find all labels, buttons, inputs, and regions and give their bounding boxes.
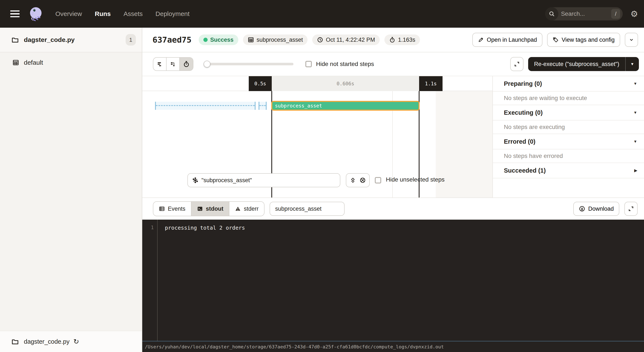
log-tabs-group: Events stdout stderr [153,201,264,216]
terminal-icon [197,206,203,212]
events-table-icon [159,206,165,212]
range-start-handle[interactable]: 0.5s [249,76,272,91]
nav-item-overview[interactable]: Overview [55,10,82,17]
search-input[interactable] [558,10,611,17]
hide-not-started-checkbox[interactable] [306,61,312,67]
main-content: 637aed75 Success subprocess_asset Oct 11… [142,28,644,352]
download-button[interactable]: Download [573,202,619,216]
stopwatch-icon [389,37,396,43]
hide-not-started-label: Hide not started steps [316,61,374,67]
run-id: 637aed75 [152,35,192,44]
panel-info-preparing: No steps are waiting to execute [493,91,644,105]
sidebar-repo-header[interactable]: dagster_code.py 1 [0,28,142,52]
panel-info-errored: No steps have errored [493,149,644,163]
step-starting-span [258,102,267,110]
view-mode-flat-icon[interactable] [153,58,166,70]
tab-events[interactable]: Events [153,202,192,216]
reexecute-dropdown-caret-icon[interactable]: ▼ [625,57,639,71]
step-filter-input[interactable] [202,177,336,184]
log-file-path: /Users/yuhan/dev/local/dagster_home/stor… [142,341,644,352]
caret-right-icon: ▶ [634,168,637,173]
folder-icon [12,338,19,345]
pencil-icon [478,37,484,43]
log-line-text: processing total 2 orders [158,220,245,341]
dagster-logo-icon[interactable] [27,5,44,22]
expand-icon [514,61,520,67]
run-header: 637aed75 Success subprocess_asset Oct 11… [142,28,644,52]
gear-icon[interactable]: ⚙ [630,9,638,18]
job-grid-icon [12,59,19,66]
log-fullscreen-button[interactable] [624,202,638,216]
zoom-slider-track[interactable] [204,63,294,65]
view-mode-timed-icon[interactable] [180,58,193,70]
view-mode-waterfall-icon[interactable] [166,58,180,70]
panel-section-succeeded[interactable]: Succeeded (1)▶ [493,163,644,178]
repo-count-badge: 1 [126,34,136,45]
status-dot-icon [204,38,208,42]
job-name-label: default [24,59,43,66]
search-box[interactable]: / [545,7,623,20]
footer-repo-label: dagster_code.py [24,338,70,345]
nav-item-assets[interactable]: Assets [124,10,143,17]
download-icon [579,206,585,212]
repo-file-label: dagster_code.py [24,36,74,43]
panel-section-errored[interactable]: Errored (0)▼ [493,134,644,149]
tab-stdout[interactable]: stdout [192,202,229,216]
sidebar: dagster_code.py 1 default dagster_code.p… [0,28,142,352]
filter-actions-group [346,173,370,187]
caret-down-icon: ▼ [633,139,637,144]
zoom-slider-knob[interactable] [204,61,210,67]
gantt-chart[interactable]: 0.606s 0.5s 1.1s subprocess_asset [142,76,492,198]
nav-item-runs[interactable]: Runs [95,10,111,17]
layers-icon[interactable] [350,177,356,183]
top-nav: Overview Runs Assets Deployment / ⚙ [0,0,644,28]
hamburger-menu-icon[interactable] [10,10,20,17]
chevron-down-icon [629,37,634,42]
gantt-view-mode-group [153,57,193,71]
view-tags-config-button[interactable]: View tags and config [547,33,620,47]
log-step-selector[interactable] [270,202,344,216]
hide-unselected-checkbox[interactable] [375,177,381,183]
search-icon [545,7,558,20]
gantt-bar-subprocess-asset[interactable]: subprocess_asset [271,101,420,111]
open-in-launchpad-button[interactable]: Open in Launchpad [472,33,543,47]
tag-icon [553,37,558,43]
log-tabbar: Events stdout stderr [142,198,644,220]
step-filter-input-wrap[interactable] [188,173,340,187]
sidebar-footer: dagster_code.py ↻ [0,331,142,352]
gantt-toolbar: Hide not started steps Re-execute ("subp… [142,52,644,76]
step-waiting-span [155,102,256,110]
warning-icon [235,206,241,212]
range-end-handle[interactable]: 1.1s [419,76,442,91]
nav-links: Overview Runs Assets Deployment [55,10,190,17]
step-status-panel: Preparing (0)▼ No steps are waiting to e… [492,76,644,198]
zoom-slider[interactable] [204,61,294,67]
caret-down-icon: ▼ [633,110,637,115]
selected-range-band[interactable]: 0.606s [272,76,419,91]
timestamp-pill: Oct 11, 4:22:42 PM [312,34,380,45]
panel-section-preparing[interactable]: Preparing (0)▼ [493,76,644,91]
step-selector-icon [192,177,198,183]
caret-down-icon: ▼ [633,81,637,86]
tab-stderr[interactable]: stderr [229,202,264,216]
hide-unselected-label: Hide unselected steps [386,176,445,183]
duration-pill: 1.163s [384,34,420,45]
search-shortcut-badge: / [611,9,620,19]
sidebar-item-default-job[interactable]: default [0,56,142,69]
stdout-log-view[interactable]: 1 processing total 2 orders [142,220,644,341]
reload-repo-icon[interactable]: ↻ [73,338,79,345]
panel-section-executing[interactable]: Executing (0)▼ [493,105,644,120]
clock-icon [317,37,323,43]
clear-filter-icon[interactable] [360,177,366,183]
nav-item-deployment[interactable]: Deployment [156,10,190,17]
run-actions-chevron-button[interactable] [625,33,638,47]
reexecute-button[interactable]: Re-execute ("subprocess_asset") ▼ [528,57,639,71]
panel-info-executing: No steps are executing [493,120,644,134]
gantt-fullscreen-button[interactable] [510,57,524,71]
status-badge: Success [199,34,238,45]
folder-icon [12,36,19,43]
expand-icon [628,206,634,212]
asset-grid-icon [248,37,254,43]
log-line-number: 1 [142,220,158,341]
asset-tag-pill[interactable]: subprocess_asset [243,34,308,45]
